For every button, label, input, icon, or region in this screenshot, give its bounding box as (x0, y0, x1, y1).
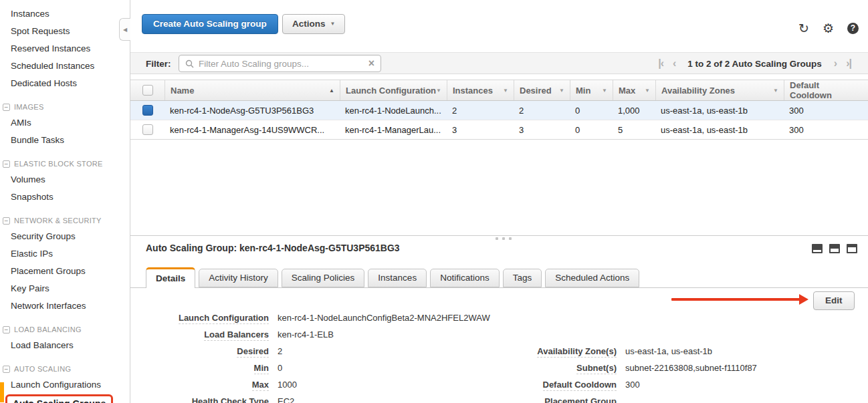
sidebar-item-launch-configurations[interactable]: Launch Configurations (0, 376, 130, 394)
panel-resize-handle[interactable] (496, 237, 512, 240)
column-label: Default Cooldown (790, 80, 863, 100)
field-availability-zones: Availability Zone(s) us-east-1a, us-east… (494, 346, 757, 363)
cell-name: ken-rc4-1-NodeAsg-G5TU3P561BG3 (165, 101, 340, 120)
field-value: 300 (625, 380, 640, 390)
refresh-icon[interactable]: ↻ (798, 22, 809, 35)
help-icon[interactable]: ? (847, 23, 859, 34)
tab-notifications[interactable]: Notifications (430, 269, 500, 287)
field-label: Default Cooldown (543, 380, 617, 391)
field-value: EC2 (278, 396, 294, 403)
sidebar-section-label: IMAGES (14, 103, 44, 111)
pane-layout-medium-icon[interactable] (829, 244, 840, 253)
column-header-instances[interactable]: Instances ▼ (447, 80, 514, 100)
pane-layout-large-icon[interactable] (847, 244, 857, 253)
sort-dropdown-icon: ▼ (645, 88, 650, 94)
field-label: Subnet(s) (576, 363, 617, 374)
cell-default-cooldown: 300 (784, 101, 868, 120)
next-page-icon[interactable]: › (834, 57, 837, 70)
field-label: Health Check Type (192, 396, 269, 403)
tab-tags[interactable]: Tags (503, 269, 542, 287)
edit-button[interactable]: Edit (813, 291, 855, 310)
sidebar-section-load-balancing[interactable]: − LOAD BALANCING (0, 323, 130, 335)
sidebar-section-images[interactable]: − IMAGES (0, 101, 130, 113)
tab-instances[interactable]: Instances (368, 269, 427, 287)
column-header-desired[interactable]: Desired ▼ (514, 80, 570, 100)
collapse-minus-icon[interactable]: − (3, 366, 10, 373)
column-header-name[interactable]: Name ▲ (165, 80, 340, 100)
select-all-checkbox[interactable] (142, 85, 153, 96)
cell-min: 0 (570, 120, 613, 139)
sidebar-item-auto-scaling-groups[interactable]: Auto Scaling Groups (5, 394, 113, 403)
sidebar-item-placement-groups[interactable]: Placement Groups (0, 263, 130, 280)
field-min: Min 0 (145, 363, 490, 380)
tab-details[interactable]: Details (146, 267, 195, 288)
sidebar-item-reserved-instances[interactable]: Reserved Instances (0, 40, 130, 57)
sidebar-item-dedicated-hosts[interactable]: Dedicated Hosts (0, 75, 130, 92)
field-value: ken-rc4-1-ELB (278, 329, 334, 340)
sort-dropdown-icon: ▼ (602, 88, 607, 94)
column-label: Max (619, 86, 635, 96)
actions-button[interactable]: Actions ▼ (282, 14, 345, 34)
pane-layout-small-icon[interactable] (812, 244, 823, 253)
gear-icon[interactable]: ⚙ (823, 22, 834, 35)
filter-search-input[interactable] (199, 59, 364, 69)
collapse-minus-icon[interactable]: − (3, 104, 10, 111)
field-label: Availability Zone(s) (537, 346, 617, 358)
sidebar-section-auto-scaling[interactable]: − AUTO SCALING (0, 363, 130, 375)
cell-max: 1,000 (613, 101, 655, 120)
pagination-summary: 1 to 2 of 2 Auto Scaling Groups (687, 59, 822, 69)
details-fields-left: Launch Configuration ken-rc4-1-NodeLaunc… (145, 313, 490, 403)
sort-ascending-icon: ▲ (329, 88, 334, 94)
sidebar-item-security-groups[interactable]: Security Groups (0, 228, 130, 245)
collapse-minus-icon[interactable]: − (3, 326, 10, 333)
table-row[interactable]: ken-rc4-1-NodeAsg-G5TU3P561BG3 ken-rc4-1… (130, 101, 868, 120)
sidebar-item-volumes[interactable]: Volumes (0, 171, 130, 188)
column-header-availability-zones[interactable]: Availability Zones ▼ (655, 80, 784, 100)
sidebar-item-spot-requests[interactable]: Spot Requests (0, 23, 130, 40)
field-value: 0 (278, 363, 282, 373)
sidebar-item-bundle-tasks[interactable]: Bundle Tasks (0, 132, 130, 149)
sidebar-section-elastic-block-store[interactable]: − ELASTIC BLOCK STORE (0, 158, 130, 170)
table-header-row: Name ▲ Launch Configuration ▼ Instances … (130, 80, 868, 101)
sidebar-item-amis[interactable]: AMIs (0, 114, 130, 132)
first-page-icon[interactable]: |‹ (658, 57, 663, 70)
sort-dropdown-icon: ▼ (773, 88, 778, 94)
column-header-max[interactable]: Max ▼ (613, 80, 655, 100)
tab-scaling-policies[interactable]: Scaling Policies (282, 269, 365, 287)
sidebar-item-snapshots[interactable]: Snapshots (0, 188, 130, 206)
column-header-launch-configuration[interactable]: Launch Configuration ▼ (340, 80, 447, 100)
collapse-arrow-icon: ◀ (123, 27, 127, 33)
cell-desired: 3 (514, 120, 570, 139)
row-select-cell (130, 101, 165, 120)
sidebar-item-scheduled-instances[interactable]: Scheduled Instances (0, 57, 130, 75)
filter-search-box[interactable]: × (179, 55, 381, 72)
field-value: 2 (278, 346, 282, 356)
last-page-icon[interactable]: ›| (846, 57, 851, 70)
column-label: Instances (453, 86, 493, 96)
cell-launch-configuration: ken-rc4-1-ManagerLau... (340, 120, 447, 139)
sidebar-item-key-pairs[interactable]: Key Pairs (0, 280, 130, 297)
collapse-minus-icon[interactable]: − (3, 160, 10, 168)
row-checkbox[interactable] (142, 124, 153, 135)
panel-split-divider (130, 235, 868, 236)
sidebar-section-network-security[interactable]: − NETWORK & SECURITY (0, 215, 130, 227)
tab-activity-history[interactable]: Activity History (199, 269, 278, 287)
sidebar-item-instances[interactable]: Instances (0, 5, 130, 23)
column-header-default-cooldown[interactable]: Default Cooldown (784, 80, 868, 100)
sidebar-collapse-button[interactable]: ◀ (119, 18, 130, 41)
row-checkbox-checked[interactable] (142, 105, 153, 116)
table-row[interactable]: ken-rc4-1-ManagerAsg-14US9WWCR... ken-rc… (130, 120, 868, 140)
filter-bar: Filter: × |‹ ‹ 1 to 2 of 2 Auto Scaling … (130, 52, 868, 74)
previous-page-icon[interactable]: ‹ (673, 57, 675, 70)
clear-filter-icon[interactable]: × (368, 58, 374, 69)
create-auto-scaling-group-button[interactable]: Create Auto Scaling group (142, 14, 278, 34)
column-header-min[interactable]: Min ▼ (570, 80, 613, 100)
tab-scheduled-actions[interactable]: Scheduled Actions (545, 269, 639, 287)
sidebar-item-load-balancers[interactable]: Load Balancers (0, 337, 130, 354)
collapse-minus-icon[interactable]: − (3, 217, 10, 225)
sidebar-item-network-interfaces[interactable]: Network Interfaces (0, 297, 130, 315)
sidebar-section-label: NETWORK & SECURITY (14, 217, 102, 225)
sidebar-item-elastic-ips[interactable]: Elastic IPs (0, 245, 130, 263)
detail-tabs: Details Activity History Scaling Policie… (146, 269, 639, 288)
field-label: Min (254, 363, 269, 374)
